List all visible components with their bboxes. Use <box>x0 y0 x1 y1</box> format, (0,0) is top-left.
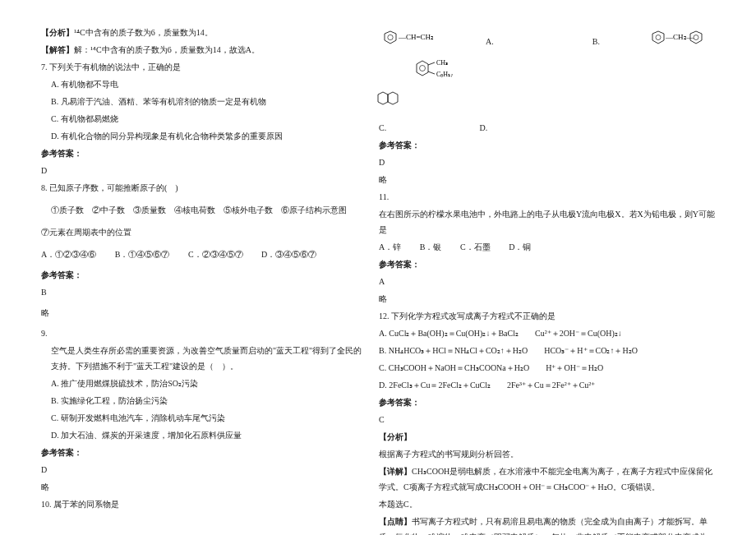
svg-marker-0 <box>385 31 396 44</box>
q7-opt-a: A. 有机物都不导电 <box>41 76 362 92</box>
q12-analysis-text: 根据离子方程式的书写规则分析回答。 <box>379 446 715 462</box>
svg-text:C₈H₁₇: C₈H₁₇ <box>436 71 453 78</box>
structure-naphthalene-icon <box>376 90 400 112</box>
q10-opt-d: D. <box>480 123 488 132</box>
q7-opt-c: C. 有机物都易燃烧 <box>41 111 362 127</box>
q12-detail-label: 【详解】 <box>379 467 412 476</box>
q8-opt-c: C．②③④⑤⑦ <box>188 250 243 259</box>
q12-opt-c: C. CH₃COOH＋NaOH＝CH₃COONa＋H₂O H⁺＋OH⁻＝H₂O <box>379 360 715 376</box>
q12-stem: 12. 下列化学方程式改写成离子方程式不正确的是 <box>379 308 715 324</box>
q10-opt-b: B. <box>592 34 600 49</box>
structure-styrene-icon: —CH=CH₂ <box>379 30 436 53</box>
q8-opt-b: B．①④⑤⑥⑦ <box>115 250 170 259</box>
right-column: —CH=CH₂ A. B. —CH₂— CH₃ C₈H₁₇ <box>371 25 723 519</box>
q9-ref-label: 参考答案： <box>41 445 362 460</box>
answer-label: 【解答】 <box>41 45 74 54</box>
q10-row-ab: —CH=CH₂ A. B. —CH₂— <box>379 30 715 53</box>
q11-opt-a: A．锌 <box>379 242 401 251</box>
analysis-label: 【分析】 <box>41 28 74 37</box>
q12-answer: C <box>379 412 715 427</box>
analysis-line: 【分析】¹⁴C中含有的质子数为6，质量数为14。 <box>41 25 362 40</box>
q9-opt-b: B. 实施绿化工程，防治扬尘污染 <box>41 393 362 408</box>
q12-tip: 【点睛】书写离子方程式时，只有易溶且易电离的物质（完全成为自由离子）才能拆写。单… <box>379 514 715 535</box>
q10-row-cd <box>379 90 715 112</box>
q12-ref-label: 参考答案： <box>379 394 715 410</box>
q10-cd-labels: C. D. <box>379 120 715 136</box>
q8-ref-label: 参考答案： <box>41 267 362 283</box>
q7-ref-label: 参考答案： <box>41 145 362 161</box>
q11-options: A．锌 B．银 C．石墨 D．铜 <box>379 239 715 255</box>
q12-this-choose: 本题选C。 <box>379 496 715 512</box>
svg-text:CH₃: CH₃ <box>436 59 448 67</box>
q12-tip-text: 书写离子方程式时，只有易溶且易电离的物质（完全成为自由离子）才能拆写。单质、氧化… <box>379 517 708 535</box>
svg-point-7 <box>694 35 698 40</box>
q9-opt-d: D. 加大石油、煤炭的开采速度，增加化石原料供应量 <box>41 427 362 443</box>
q8-answer: B <box>41 284 362 300</box>
svg-marker-8 <box>417 61 428 76</box>
svg-marker-3 <box>652 31 664 44</box>
q11-opt-b: B．银 <box>420 242 442 251</box>
q8-lue: 略 <box>41 305 362 321</box>
q12-detail: 【详解】CH₃COOH是弱电解质，在水溶液中不能完全电离为离子，在离子方程式中应… <box>379 464 715 495</box>
structure-biphenyl-icon: —CH₂— <box>649 30 715 53</box>
q11-opt-c: C．石墨 <box>460 242 491 251</box>
analysis-text: ¹⁴C中含有的质子数为6，质量数为14。 <box>74 28 213 37</box>
q8-options: A．①②③④⑥ B．①④⑤⑥⑦ C．②③④⑤⑦ D．③④⑤⑥⑦ <box>41 247 362 262</box>
svg-point-1 <box>388 35 393 39</box>
q8-opt-a: A．①②③④⑥ <box>41 250 96 259</box>
svg-line-11 <box>428 71 435 74</box>
q11-num: 11. <box>379 189 715 205</box>
q12-analysis-label: 【分析】 <box>379 429 715 445</box>
q10-mid-structure: CH₃ C₈H₁₇ <box>379 58 715 85</box>
q8-stem: 8. 已知原子序数，可能推断原子的( ) <box>41 180 362 196</box>
svg-text:—CH=CH₂: —CH=CH₂ <box>398 33 434 41</box>
q12-tip-label: 【点睛】 <box>379 517 412 526</box>
q8-opt-d: D．③④⑤⑥⑦ <box>261 250 316 259</box>
q10-opt-a: A. <box>486 34 494 49</box>
q9-opt-a: A. 推广使用燃煤脱硫技术，防治SO₂污染 <box>41 376 362 391</box>
q9-answer: D <box>41 462 362 477</box>
q8-items: ①质子数 ②中子数 ③质量数 ④核电荷数 ⑤核外电子数 ⑥原子结构示意图 <box>41 202 362 218</box>
q10-ref-label: 参考答案： <box>379 137 715 153</box>
answer-line: 【解答】解：¹⁴C中含有的质子数为6，质量数为14，故选A。 <box>41 42 362 58</box>
svg-point-4 <box>656 35 661 40</box>
svg-line-10 <box>428 62 435 65</box>
q12-opt-d: D. 2FeCl₃＋Cu＝2FeCl₂＋CuCl₂ 2Fe³⁺＋Cu＝2Fe²⁺… <box>379 377 715 393</box>
q9-opt-c: C. 研制开发燃料电池汽车，消除机动车尾气污染 <box>41 410 362 426</box>
q12-opt-b: B. NH₄HCO₃＋HCl＝NH₄Cl＋CO₂↑＋H₂O HCO₃⁻＋H⁺＝C… <box>379 343 715 358</box>
q9-p1: 空气是人类生存所必需的重要资源，为改善空气质量而启动的"蓝天工程"得到了全民的支… <box>41 343 362 374</box>
svg-marker-14 <box>378 92 388 104</box>
structure-alkylbenzene-icon: CH₃ C₈H₁₇ <box>412 58 469 85</box>
q10-answer: D <box>379 155 715 170</box>
q8-items2: ⑦元素在周期表中的位置 <box>41 224 362 240</box>
svg-marker-15 <box>388 92 398 104</box>
answer-text: 解：¹⁴C中含有的质子数为6，质量数为14，故选A。 <box>74 45 260 54</box>
q11-ref-label: 参考答案： <box>379 256 715 272</box>
q12-opt-a: A. CuCl₂＋Ba(OH)₂＝Cu(OH)₂↓＋BaCl₂ Cu²⁺＋2OH… <box>379 325 715 341</box>
q10-opt-c: C. <box>379 120 477 136</box>
q11-lue: 略 <box>379 291 715 307</box>
left-column: 【分析】¹⁴C中含有的质子数为6，质量数为14。 【解答】解：¹⁴C中含有的质子… <box>33 25 371 519</box>
q11-opt-d: D．铜 <box>509 242 531 251</box>
q11-stem: 在右图所示的柠檬水果电池中，外电路上的电子从电极Y流向电极X。若X为铅电极，则Y… <box>379 206 715 238</box>
q12-detail-text: CH₃COOH是弱电解质，在水溶液中不能完全电离为离子，在离子方程式中应保留化学… <box>379 467 712 491</box>
q7-opt-d: D. 有机化合物的同分异构现象是有机化合物种类繁多的重要原因 <box>41 128 362 144</box>
q10-stem: 10. 属于苯的同系物是 <box>41 496 362 512</box>
q10-lue: 略 <box>379 172 715 187</box>
q7-opt-b: B. 凡易溶于汽油、酒精、苯等有机溶剂的物质一定是有机物 <box>41 94 362 109</box>
q7-answer: D <box>41 163 362 178</box>
q7-stem: 7. 下列关于有机物的说法中，正确的是 <box>41 59 362 75</box>
q11-answer: A <box>379 274 715 289</box>
q9-num: 9. <box>41 325 362 341</box>
q9-lue: 略 <box>41 479 362 495</box>
svg-point-9 <box>420 66 426 71</box>
